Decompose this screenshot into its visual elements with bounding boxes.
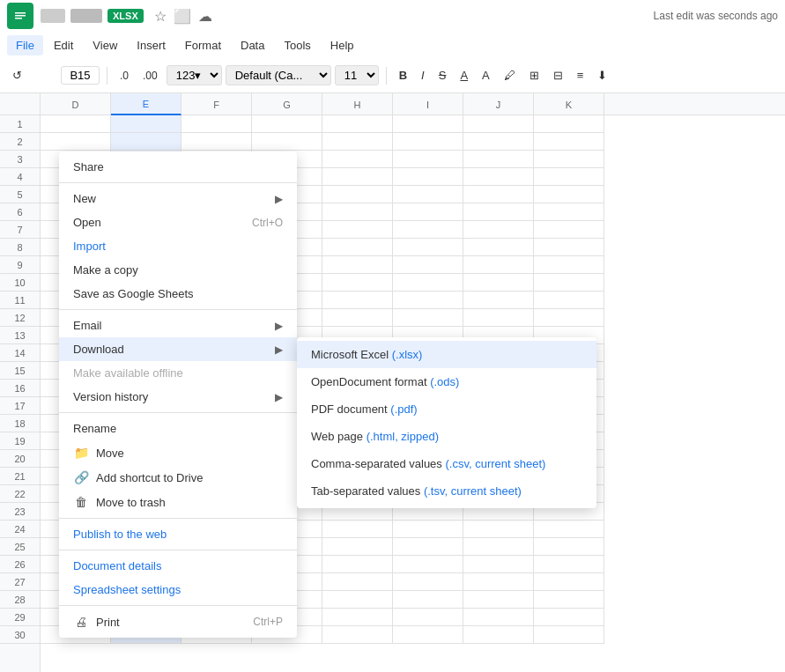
fm-download[interactable]: Download ▶ Microsoft Excel (.xlsx) OpenD…: [59, 337, 297, 361]
ds-xlsx-label: Microsoft Excel (.xlsx): [311, 348, 422, 361]
version-arrow: ▶: [275, 391, 283, 403]
email-label: Email: [73, 319, 102, 332]
font-select[interactable]: Default (Ca...: [226, 65, 331, 85]
app-icon: [7, 3, 33, 29]
fm-move[interactable]: 📁 Move: [59, 440, 297, 465]
undo-button[interactable]: ↺: [7, 65, 27, 85]
borders-button[interactable]: ⊞: [524, 65, 544, 85]
fm-sep-1: [59, 182, 297, 183]
details-label: Document details: [73, 559, 161, 572]
offline-label: Make available offline: [73, 366, 183, 380]
menu-data[interactable]: Data: [232, 35, 273, 55]
settings-label: Spreadsheet settings: [73, 583, 181, 596]
fm-sep-2: [59, 309, 297, 310]
cell-ref-input[interactable]: B15: [61, 66, 100, 85]
decimal-inc-button[interactable]: .00: [137, 66, 163, 85]
make-copy-label: Make a copy: [73, 263, 138, 277]
trash-icon: 🗑: [73, 495, 89, 509]
fm-publish[interactable]: Publish to the web: [59, 522, 297, 546]
file-name-area: XLSX: [41, 9, 144, 23]
bold-button[interactable]: B: [394, 65, 412, 85]
valign-button[interactable]: ⬇: [592, 65, 612, 85]
ds-tsv[interactable]: Tab-separated values (.tsv, current shee…: [297, 477, 596, 505]
separator-1: [107, 67, 107, 85]
cloud-icon[interactable]: ☁: [198, 8, 212, 25]
separator-2: [386, 67, 387, 85]
menu-tools[interactable]: Tools: [275, 35, 319, 55]
open-label: Open: [73, 216, 101, 229]
version-label: Version history: [73, 390, 148, 403]
fm-settings[interactable]: Spreadsheet settings: [59, 578, 297, 602]
file-menu: Share New ▶ Open Ctrl+O Import Make a co…: [59, 151, 297, 638]
menu-file[interactable]: File: [7, 35, 43, 55]
move-icon: 📁: [73, 446, 89, 460]
menu-bar: File Edit View Insert Format Data Tools …: [0, 32, 785, 58]
menu-edit[interactable]: Edit: [45, 35, 82, 55]
print-shortcut: Ctrl+P: [253, 616, 283, 628]
fm-new[interactable]: New ▶: [59, 187, 297, 210]
fm-email[interactable]: Email ▶: [59, 314, 297, 337]
fm-sep-5: [59, 550, 297, 550]
svg-rect-2: [15, 15, 26, 17]
star-icon[interactable]: ☆: [154, 8, 167, 25]
ds-html[interactable]: Web page (.html, zipped): [297, 423, 596, 450]
italic-button[interactable]: I: [416, 65, 430, 85]
xlsx-badge: XLSX: [107, 9, 144, 23]
new-arrow: ▶: [275, 193, 283, 205]
menu-help[interactable]: Help: [322, 35, 363, 55]
ds-pdf-label: PDF document (.pdf): [311, 402, 418, 416]
filename-badge-2: [70, 9, 102, 23]
menu-insert[interactable]: Insert: [128, 35, 174, 55]
download-arrow: ▶: [275, 343, 283, 356]
ds-pdf[interactable]: PDF document (.pdf): [297, 395, 596, 423]
new-label: New: [73, 192, 96, 205]
import-label: Import: [73, 240, 106, 253]
align-button[interactable]: ≡: [572, 65, 589, 85]
fm-sep-6: [59, 605, 297, 606]
sheet-area: 1 2 3 4 5 6 7 8 9 10 11 12 13 14 15 16 1…: [0, 93, 785, 672]
svg-rect-3: [15, 18, 22, 19]
fm-make-copy[interactable]: Make a copy: [59, 258, 297, 282]
shortcut-label: Add shortcut to Drive: [96, 471, 203, 484]
fm-trash[interactable]: 🗑 Move to trash: [59, 490, 297, 514]
share-label: Share: [73, 160, 104, 174]
rename-label: Rename: [73, 422, 116, 435]
svg-rect-1: [15, 12, 26, 14]
strikethrough-button[interactable]: S: [433, 65, 452, 85]
font-size-select[interactable]: 11: [335, 65, 379, 85]
print-label: Print: [96, 616, 120, 629]
print-icon: 🖨: [73, 615, 89, 629]
ds-xlsx[interactable]: Microsoft Excel (.xlsx): [297, 341, 596, 368]
fm-details[interactable]: Document details: [59, 554, 297, 578]
ds-html-label: Web page (.html, zipped): [311, 430, 439, 443]
text-color-button[interactable]: A: [477, 65, 495, 85]
ds-csv[interactable]: Comma-separated values (.csv, current sh…: [297, 450, 596, 477]
decimal-dec-button[interactable]: .0: [115, 66, 134, 85]
ds-tsv-label: Tab-separated values (.tsv, current shee…: [311, 484, 522, 498]
fm-share[interactable]: Share: [59, 155, 297, 179]
highlight-button[interactable]: 🖊: [499, 65, 521, 85]
download-submenu: Microsoft Excel (.xlsx) OpenDocument for…: [297, 337, 596, 508]
fm-print[interactable]: 🖨 Print Ctrl+P: [59, 609, 297, 634]
top-icons: ☆ ⬜ ☁: [154, 8, 212, 25]
ds-csv-label: Comma-separated values (.csv, current sh…: [311, 457, 545, 470]
move-label: Move: [96, 447, 124, 460]
ds-ods[interactable]: OpenDocument format (.ods): [297, 368, 596, 395]
number-format-select[interactable]: 123▾: [167, 65, 222, 85]
fm-save-as[interactable]: Save as Google Sheets: [59, 282, 297, 306]
folder-icon[interactable]: ⬜: [174, 8, 191, 25]
publish-label: Publish to the web: [73, 528, 167, 541]
toolbar: ↺ B15 .0 .00 123▾ Default (Ca... 11 B I …: [0, 58, 785, 93]
underline-button[interactable]: A: [455, 65, 473, 85]
menu-format[interactable]: Format: [176, 35, 230, 55]
menu-view[interactable]: View: [84, 35, 126, 55]
fm-rename[interactable]: Rename: [59, 417, 297, 440]
filename-badge-1: [41, 9, 65, 23]
last-edit-text: Last edit was seconds ago: [654, 10, 778, 22]
fm-open[interactable]: Open Ctrl+O: [59, 210, 297, 234]
fm-import[interactable]: Import: [59, 234, 297, 258]
open-shortcut: Ctrl+O: [252, 217, 283, 229]
fm-shortcut[interactable]: 🔗 Add shortcut to Drive: [59, 465, 297, 490]
merge-button[interactable]: ⊟: [548, 65, 568, 85]
fm-version[interactable]: Version history ▶: [59, 385, 297, 409]
